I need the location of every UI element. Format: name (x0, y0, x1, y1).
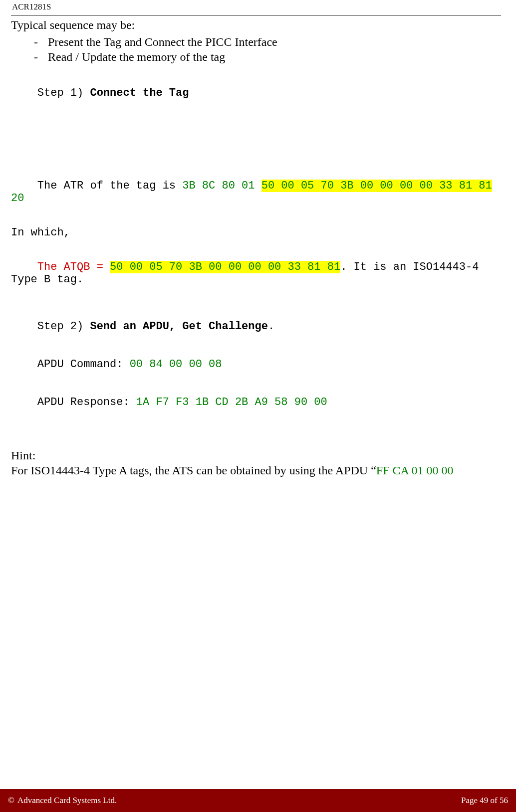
atr-line: The ATR of the tag is 3B 8C 80 01 50 00 … (11, 167, 501, 217)
intro-line: Typical sequence may be: (11, 17, 501, 32)
atqb-line: The ATQB = 50 00 05 70 3B 00 00 00 00 33… (11, 248, 501, 298)
apdu-response-label: APDU Response: (37, 396, 136, 408)
in-which-line: In which, (11, 226, 501, 239)
hint-block: Hint: For ISO14443-4 Type A tags, the AT… (11, 448, 501, 478)
step-2-line: Step 2) Send an APDU, Get Challenge. (11, 308, 501, 346)
bullet-text: Present the Tag and Connect the PICC Int… (48, 34, 277, 49)
doc-header: ACR1281S (11, 0, 501, 12)
step-1-line: Step 1) Connect the Tag (11, 74, 501, 112)
apdu-response-line: APDU Response: 1A F7 F3 1B CD 2B A9 58 9… (11, 383, 501, 421)
bullet-dash-icon: - (31, 34, 41, 49)
bullet-text: Read / Update the memory of the tag (48, 49, 225, 64)
hint-line: For ISO14443-4 Type A tags, the ATS can … (11, 463, 501, 478)
atr-bytes-highlight: 50 00 05 70 3B 00 00 00 00 33 81 81 (261, 180, 492, 192)
step-1-title: Connect the Tag (90, 87, 189, 99)
apdu-response-value: 1A F7 F3 1B CD 2B A9 58 90 00 (136, 396, 327, 408)
apdu-command-label: APDU Command: (37, 358, 130, 371)
atr-bytes-pre: 3B 8C 80 01 (182, 180, 261, 192)
step-1-prefix: Step 1) (37, 87, 90, 99)
copyright-text: Advanced Card Systems Ltd. (17, 796, 117, 806)
bullet-item: - Present the Tag and Connect the PICC I… (11, 34, 501, 49)
atr-pre-text: The ATR of the tag is (37, 180, 182, 192)
hint-text: For ISO14443-4 Type A tags, the ATS can … (11, 464, 376, 477)
step-2-dot: . (268, 320, 274, 333)
apdu-command-value: 00 84 00 00 08 (130, 358, 222, 371)
step-2-prefix: Step 2) (37, 320, 90, 333)
apdu-command-line: APDU Command: 00 84 00 00 08 (11, 345, 501, 383)
atqb-bytes: 50 00 05 70 3B 00 00 00 00 33 81 81 (110, 261, 340, 273)
hint-apdu: FF CA 01 00 00 (376, 464, 454, 477)
hint-label: Hint: (11, 448, 501, 463)
page-number: Page 49 of 56 (461, 796, 508, 806)
footer-copyright: © Advanced Card Systems Ltd. (8, 796, 117, 806)
bullet-list: - Present the Tag and Connect the PICC I… (11, 34, 501, 64)
page-footer: © Advanced Card Systems Ltd. Page 49 of … (0, 789, 516, 812)
step-2-title: Send an APDU, Get Challenge (90, 320, 267, 333)
bullet-item: - Read / Update the memory of the tag (11, 49, 501, 64)
atqb-label: The ATQB = (37, 261, 110, 273)
header-rule (11, 15, 501, 15)
bullet-dash-icon: - (31, 49, 41, 64)
copyright-icon: © (8, 796, 14, 806)
